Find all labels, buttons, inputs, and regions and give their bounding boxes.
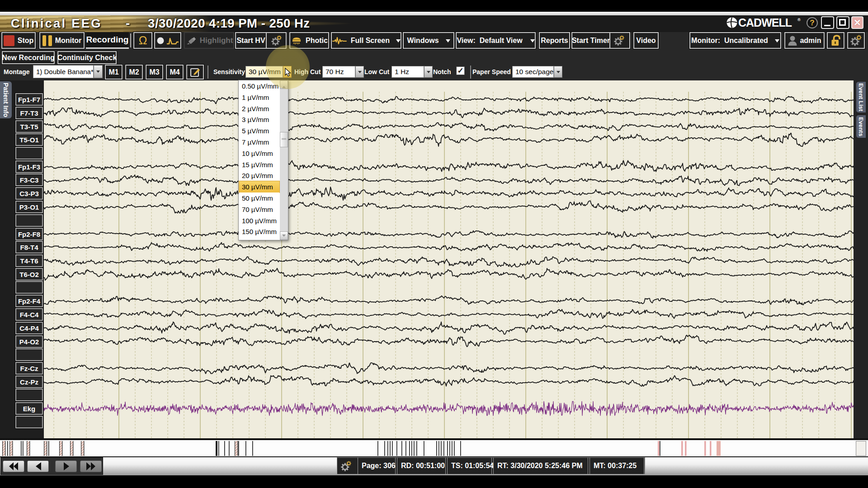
svg-text:CADWELL: CADWELL xyxy=(738,16,792,29)
svg-text:®: ® xyxy=(797,18,801,22)
